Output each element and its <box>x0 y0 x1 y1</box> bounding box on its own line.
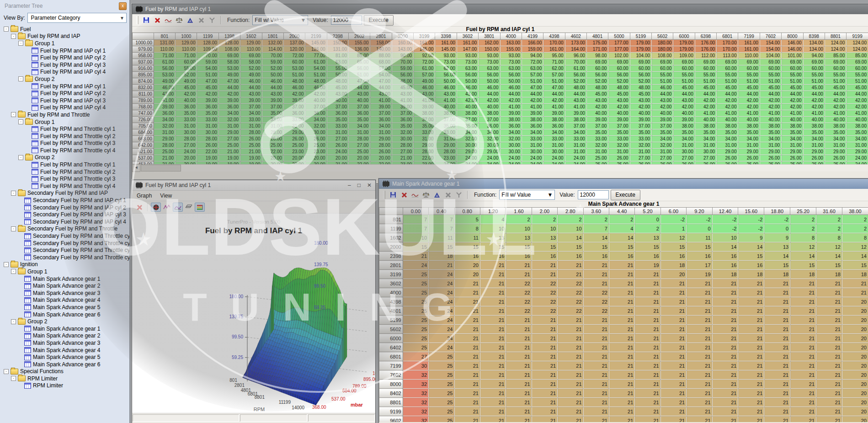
filter-branch-icon[interactable] <box>208 16 217 24</box>
table-cell[interactable]: 60.00 <box>630 65 651 72</box>
table-cell[interactable]: 19 <box>687 270 712 279</box>
table-cell[interactable]: 20 <box>660 270 686 279</box>
table-cell[interactable]: 60.00 <box>608 65 630 72</box>
row-header[interactable]: 6402 <box>379 343 403 352</box>
table-cell[interactable]: 21 <box>712 297 738 306</box>
table-cell[interactable]: 28.00 <box>262 129 283 136</box>
table-cell[interactable]: 24.00 <box>847 155 868 161</box>
table-cell[interactable]: 60.00 <box>782 65 803 72</box>
table-cell[interactable]: 11 <box>454 233 480 242</box>
table-cell[interactable]: 60.00 <box>695 65 716 72</box>
table-cell[interactable]: 20 <box>842 334 868 343</box>
table-cell[interactable]: 21 <box>558 343 583 352</box>
table-cell[interactable]: 40.00 <box>738 117 760 123</box>
table-cell[interactable]: 44.00 <box>717 91 738 97</box>
table-cell[interactable]: 90.00 <box>392 53 413 59</box>
table-cell[interactable]: 63.00 <box>500 65 522 72</box>
function-dropdown[interactable]: Fill w/ Value ▼ <box>499 190 555 200</box>
table-cell[interactable]: 39.00 <box>522 110 543 117</box>
table-cell[interactable]: 22.00 <box>262 149 283 155</box>
table-cell[interactable]: 92.00 <box>414 53 435 59</box>
table-cell[interactable]: 45.00 <box>847 85 868 91</box>
table-cell[interactable]: 21 <box>738 380 764 389</box>
table-cell[interactable]: 42.00 <box>673 104 695 110</box>
table-cell[interactable]: 21 <box>609 288 634 297</box>
table-cell[interactable]: 16 <box>558 252 583 261</box>
table-cell[interactable]: 40.00 <box>479 104 500 110</box>
compare-icon[interactable]: A <box>186 16 195 24</box>
table-cell[interactable]: 53.00 <box>218 65 240 72</box>
table-cell[interactable]: 72.00 <box>283 53 305 59</box>
table-cell[interactable]: 21 <box>738 361 764 370</box>
tree-table-item[interactable]: Secondary Fuel by RPM and IAP cyl 1 <box>2 197 129 204</box>
table-cell[interactable]: 10 <box>403 233 428 242</box>
table-cell[interactable]: 24.00 <box>500 155 522 161</box>
table-cell[interactable]: 24.00 <box>327 149 348 155</box>
table-cell[interactable]: 21 <box>738 279 764 288</box>
table-cell[interactable]: 44.00 <box>218 85 240 91</box>
table-cell[interactable]: 42.00 <box>500 97 522 104</box>
column-header[interactable]: 25.20 <box>790 208 816 215</box>
tree-expand-icon[interactable]: - <box>4 262 9 267</box>
table-cell[interactable]: 51.00 <box>738 78 760 85</box>
table-cell[interactable]: 21 <box>660 370 686 380</box>
table-cell[interactable]: 179.00 <box>673 40 695 46</box>
column-header[interactable]: 2398 <box>327 33 348 40</box>
table-cell[interactable]: 21 <box>687 306 712 316</box>
tree-table-item[interactable]: Main Spark Advance gear 1 <box>2 325 129 332</box>
table-cell[interactable]: 31.00 <box>218 123 240 129</box>
table-cell[interactable]: 7 <box>403 224 428 233</box>
table-cell[interactable]: 21 <box>583 370 609 380</box>
table-cell[interactable]: 35.00 <box>825 129 846 136</box>
tree-folder-item[interactable]: -RPM Limiter <box>2 375 129 382</box>
table-cell[interactable]: 10 <box>506 224 532 233</box>
table-cell[interactable]: 68.00 <box>370 59 392 65</box>
table-cell[interactable]: 37.00 <box>240 104 262 110</box>
table-cell[interactable]: 0 <box>635 215 660 224</box>
table-cell[interactable]: 21 <box>609 306 634 316</box>
table-cell[interactable]: 8 <box>454 224 480 233</box>
table-cell[interactable]: 18 <box>738 270 764 279</box>
table-cell[interactable]: 39.00 <box>500 110 522 117</box>
table-cell[interactable]: 33.00 <box>565 136 586 142</box>
table-cell[interactable]: 27.00 <box>176 142 197 149</box>
table-cell[interactable]: 42.00 <box>218 91 240 97</box>
table-cell[interactable]: 44.00 <box>760 91 781 97</box>
tree-table-item[interactable]: Main Spark Advance gear 2 <box>2 332 129 340</box>
chart-mode-icon[interactable] <box>173 203 183 212</box>
table-cell[interactable]: 179.00 <box>630 46 651 53</box>
table-cell[interactable]: 21 <box>660 288 686 297</box>
table-cell[interactable]: 63.00 <box>327 59 348 65</box>
table-cell[interactable]: 18 <box>764 270 790 279</box>
table-cell[interactable]: 21 <box>738 343 764 352</box>
row-header[interactable]: 3602 <box>379 279 403 288</box>
tree-table-item[interactable]: Main Spark Advance gear 2 <box>2 282 129 289</box>
table-cell[interactable]: 21 <box>609 279 634 288</box>
table-cell[interactable]: 42.00 <box>760 104 781 110</box>
table-cell[interactable]: 21 <box>790 279 816 288</box>
table-cell[interactable]: 161.00 <box>543 46 565 53</box>
table-cell[interactable]: 31.00 <box>652 149 673 155</box>
table-cell[interactable]: 21 <box>609 261 634 270</box>
table-cell[interactable]: 18 <box>790 270 816 279</box>
table-cell[interactable]: 71.00 <box>154 53 175 59</box>
table-cell[interactable]: 69.00 <box>586 59 608 65</box>
table-cell[interactable]: 23.00 <box>305 149 327 155</box>
table-cell[interactable]: 42.00 <box>630 104 651 110</box>
row-header[interactable]: 789.00 <box>133 97 154 104</box>
table-cell[interactable]: 40.00 <box>673 110 695 117</box>
table-cell[interactable]: 18 <box>660 261 686 270</box>
table-cell[interactable]: 37.00 <box>283 104 305 110</box>
table-cell[interactable]: 25 <box>429 370 454 380</box>
table-cell[interactable]: 45.00 <box>803 85 825 91</box>
column-header[interactable]: 2.00 <box>532 208 557 215</box>
table-cell[interactable]: 21 <box>506 416 532 423</box>
table-cell[interactable]: 22 <box>506 288 532 297</box>
table-cell[interactable]: 177.00 <box>608 40 630 46</box>
table-cell[interactable]: 124.00 <box>825 46 846 53</box>
tree-folder-item[interactable]: -Group 2 <box>2 75 129 83</box>
table-cell[interactable]: 93.00 <box>500 53 522 59</box>
table-cell[interactable]: 34.00 <box>218 110 240 117</box>
table-cell[interactable]: 2 <box>583 215 609 224</box>
table-cell[interactable]: 38.00 <box>565 117 586 123</box>
